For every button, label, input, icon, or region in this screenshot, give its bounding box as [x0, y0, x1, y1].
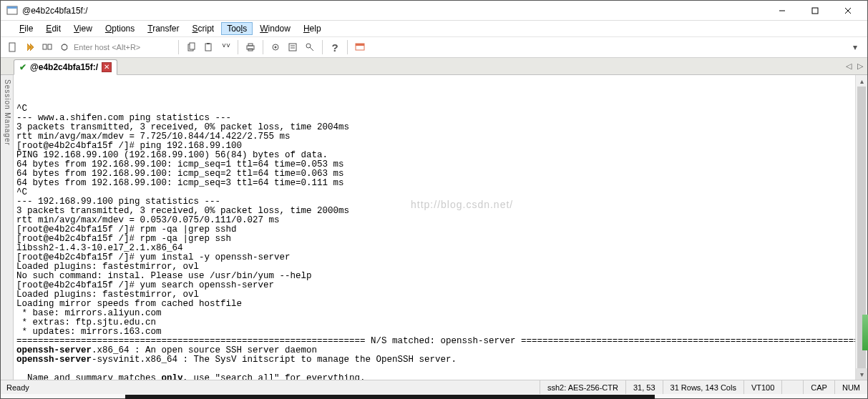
menu-view[interactable]: View — [68, 22, 98, 35]
tab-title: @e4b2c4bfa15f:/ — [30, 62, 98, 72]
minimize-button[interactable] — [766, 1, 799, 20]
menu-help[interactable]: Help — [298, 22, 327, 35]
tab-close-button[interactable]: ✕ — [102, 62, 112, 72]
svg-rect-18 — [289, 44, 296, 51]
separator — [347, 40, 348, 54]
menu-tools[interactable]: Tools — [221, 22, 253, 35]
close-button[interactable] — [832, 1, 864, 20]
tab-nav: ◁ ▷ — [846, 61, 863, 71]
status-size: 31 Rows, 143 Cols — [663, 380, 743, 394]
terminal-line: Name and summary matches only, use "sear… — [16, 374, 852, 380]
paste-icon[interactable] — [200, 39, 216, 55]
menu-edit[interactable]: Edit — [40, 22, 67, 35]
help-icon[interactable]: ? — [327, 39, 343, 55]
svg-rect-3 — [812, 8, 818, 14]
reconnect-icon[interactable] — [39, 39, 55, 55]
svg-rect-24 — [356, 44, 364, 46]
svg-rect-12 — [207, 43, 210, 44]
svg-rect-7 — [43, 44, 47, 49]
svg-point-17 — [275, 46, 277, 49]
svg-rect-6 — [9, 43, 15, 51]
connected-icon: ✔ — [19, 62, 26, 72]
separator — [322, 40, 323, 54]
session-manager-sidebar[interactable]: Session Manager — [1, 75, 14, 380]
titlebar: @e4b2c4bfa15f:/ — [1, 1, 867, 21]
session-tab[interactable]: ✔ @e4b2c4bfa15f:/ ✕ — [14, 59, 117, 75]
svg-rect-14 — [248, 44, 253, 46]
svg-line-22 — [310, 47, 313, 51]
session-options-icon[interactable] — [285, 39, 301, 55]
tab-prev-icon[interactable]: ◁ — [846, 61, 852, 71]
separator — [238, 40, 238, 54]
menu-window[interactable]: Window — [254, 22, 296, 35]
find-icon[interactable] — [218, 39, 233, 55]
tabbar: ✔ @e4b2c4bfa15f:/ ✕ ◁ ▷ — [1, 58, 867, 75]
status-cap: CAP — [803, 380, 834, 394]
menubar: File Edit View Options Transfer Script T… — [1, 21, 867, 36]
scroll-up-icon[interactable]: ▴ — [856, 75, 867, 87]
svg-rect-8 — [48, 44, 52, 49]
green-artifact — [862, 315, 868, 350]
copy-icon[interactable] — [183, 39, 199, 55]
statusbar: Ready ssh2: AES-256-CTR 31, 53 31 Rows, … — [1, 380, 867, 394]
menu-transfer[interactable]: Transfer — [142, 22, 185, 35]
disconnect-icon[interactable] — [57, 39, 72, 55]
status-cursor-pos: 31, 53 — [625, 380, 663, 394]
separator — [263, 40, 263, 54]
status-emu: VT100 — [743, 380, 781, 394]
menu-options[interactable]: Options — [99, 22, 140, 35]
toolbar: Enter host <Alt+R> ? ▾ — [1, 36, 867, 58]
toolbar-overflow-icon[interactable]: ▾ — [847, 39, 863, 55]
svg-rect-11 — [205, 44, 211, 51]
separator — [178, 40, 179, 54]
gear-icon[interactable] — [268, 39, 283, 55]
svg-rect-1 — [7, 6, 17, 9]
scroll-down-icon[interactable]: ▾ — [856, 368, 867, 380]
status-num: NUM — [834, 380, 867, 394]
svg-rect-10 — [190, 43, 195, 49]
terminal[interactable]: http://blog.csdn.net/ ^C--- www.a.shifen… — [14, 75, 855, 380]
black-bar — [125, 395, 655, 399]
app-icon — [6, 5, 18, 16]
terminal-line: openssh-server-sysvinit.x86_64 : The Sys… — [16, 355, 852, 365]
window-title: @e4b2c4bfa15f:/ — [22, 6, 766, 16]
key-icon[interactable] — [302, 39, 318, 55]
terminal-line: 64 bytes from 192.168.99.100: icmp_seq=3… — [16, 179, 852, 188]
tab-next-icon[interactable]: ▷ — [857, 61, 863, 71]
print-icon[interactable] — [243, 39, 258, 55]
quick-connect-icon[interactable] — [22, 39, 38, 55]
status-connection: ssh2: AES-256-CTR — [540, 380, 625, 394]
xshell-icon[interactable] — [352, 39, 368, 55]
menu-script[interactable]: Script — [187, 22, 220, 35]
status-ready: Ready — [1, 383, 540, 392]
new-session-icon[interactable] — [5, 39, 21, 55]
main: Session Manager http://blog.csdn.net/ ^C… — [1, 75, 867, 380]
maximize-button[interactable] — [799, 1, 832, 20]
host-input[interactable]: Enter host <Alt+R> — [74, 43, 174, 51]
menu-file[interactable]: File — [14, 22, 39, 35]
